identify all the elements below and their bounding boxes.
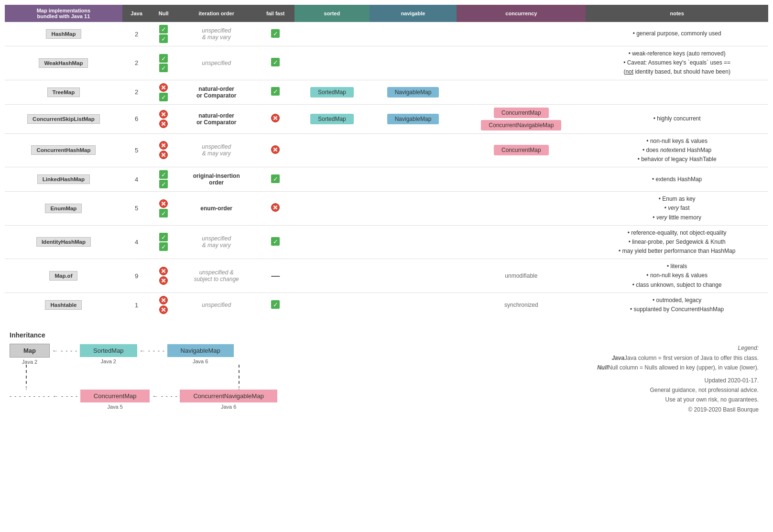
inherit-concnav: ConcurrentNavigableMap Java 6 [180,390,277,410]
col-header-failfast: fail fast [256,5,294,22]
null-icons [154,170,173,188]
navigable-badge: NavigableMap [387,114,439,124]
iteration-cell: enum-order [176,192,256,226]
iteration-text: enum-order [200,205,232,212]
map-name-cell: WeakHashMap [5,46,122,80]
no-icon [159,141,168,150]
null-icons [154,110,173,128]
map-name: WeakHashMap [39,58,88,68]
map-name-cell: TreeMap [5,80,122,104]
table-row: IdentityHashMap4unspecified& may vary• r… [5,225,768,259]
iteration-text: unspecified [202,27,231,34]
no-icon [159,110,168,119]
no-icon [159,296,168,304]
no-icon [159,305,168,314]
check-icon [159,25,168,33]
concurrent-badge: ConcurrentMap [494,145,549,155]
sorted-cell [294,225,369,259]
sorted-cell: SortedMap [294,104,369,133]
note-line: • reference-equality, not object-equalit… [628,229,727,236]
sorted-cell [294,22,369,46]
java-version: 5 [122,133,151,167]
legend-line5: General guidance, not professional advic… [597,385,759,395]
no-icon [271,203,280,212]
notes-cell: • weak-reference keys (auto removed)• Ca… [586,46,768,80]
note-line: • does notextend HashMap [642,147,711,153]
concurrent-nav-badge: ConcurrentNavigableMap [481,120,561,130]
iteration-text: & may vary [202,242,231,249]
concnav-java-label: Java 6 [221,404,236,410]
table-row: Hashtable1unspecifiedsynchronized• outmo… [5,293,768,317]
no-icon [271,114,280,122]
table-row: Map.of9unspecified &subject to change—un… [5,259,768,293]
table-row: ConcurrentSkipListMap6natural-orderor Co… [5,104,768,133]
note-line: • outmoded, legacy [653,297,701,304]
iteration-cell: unspecified& may vary [176,133,256,167]
check-icon [159,54,168,63]
note-line: • may yield better performance than Hash… [619,248,735,254]
inherit-row1: Map Java 2 ← - - - - SortedMap Java 2 ← … [10,344,277,365]
inheritance-section: Inheritance Map Java 2 ← - - - - SortedM… [5,322,282,414]
notes-cell: • general purpose, commonly used [586,22,768,46]
vert-map: ↑ [10,365,43,391]
iteration-text: order [209,179,224,186]
java-version: 4 [122,167,151,192]
iteration-cell: natural-orderor Comparator [176,104,256,133]
null-icons [154,25,173,43]
iteration-text: natural-order [198,112,234,119]
col-header-concurrency: concurrency [457,5,586,22]
col-header-notes: notes [586,5,768,22]
concurrency-cell: unmodifiable [457,259,586,293]
conc-java-label: Java 5 [107,404,122,410]
navigable-cell [370,22,457,46]
map-name: ConcurrentSkipListMap [27,114,100,124]
failfast-cell [256,104,294,133]
concurrency-cell: ConcurrentMap [457,133,586,167]
check-icon [159,180,168,188]
null-cell [151,259,176,293]
col-header-iteration: iteration order [176,5,256,22]
table-row: WeakHashMap2unspecified• weak-reference … [5,46,768,80]
no-icon [159,83,168,92]
legend-line7: © 2019-2020 Basil Bourque [597,405,759,414]
navigable-cell: NavigableMap [370,104,457,133]
failfast-cell [256,167,294,192]
inheritance-title: Inheritance [10,331,277,339]
note-line: • extends HashMap [652,176,702,183]
navigable-badge: NavigableMap [387,87,439,98]
check-icon [159,233,168,241]
null-cell [151,225,176,259]
notes-cell: • literals• non-null keys & values• clas… [586,259,768,293]
concurrent-map-badge: ConcurrentMap [494,108,549,118]
sorted-cell [294,167,369,192]
concurrency-cell: synchronized [457,293,586,317]
null-icons [154,54,173,72]
navigable-cell [370,259,457,293]
concurrency-cell [457,225,586,259]
navigable-cell [370,167,457,192]
notes-cell: • outmoded, legacy• supplanted by Concur… [586,293,768,317]
java-version: 2 [122,46,151,80]
map-name: Map.of [49,271,77,281]
main-table: Map implementations bundled with Java 11… [5,5,768,317]
no-icon [159,276,168,285]
legend-line6: Use at your own risk, no guarantees. [597,395,759,404]
sorted-cell [294,192,369,226]
concnav-box: ConcurrentNavigableMap [180,390,277,402]
null-cell [151,293,176,317]
note-line: • non-null keys & values [646,272,708,279]
failfast-cell: — [256,259,294,293]
notes-cell [586,80,768,104]
legend-line2: JavaJava column = first version of Java … [597,353,759,363]
navigable-cell [370,225,457,259]
no-icon [159,151,168,159]
check-icon [271,237,280,246]
table-title: Map implementations bundled with Java 11 [5,5,122,22]
arrow4: ← - - - - [150,392,180,407]
iteration-cell: natural-orderor Comparator [176,80,256,104]
null-cell [151,104,176,133]
legend-line3: NullNull column = Nulls allowed in key (… [597,363,759,372]
note-line: • Enum as key [659,195,696,202]
note-line: • very fast [664,205,690,211]
iteration-cell: unspecified& may vary [176,22,256,46]
